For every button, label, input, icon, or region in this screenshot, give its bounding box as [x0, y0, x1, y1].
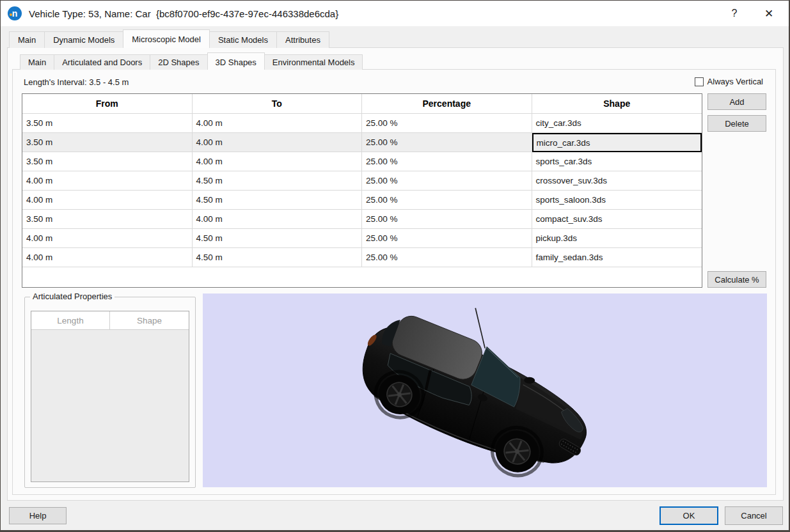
table-row[interactable]: 3.50 m 4.00 m 25.00 % city_car.3ds — [22, 114, 702, 133]
col-header-percentage: Percentage — [362, 94, 532, 114]
subtab-2d-shapes[interactable]: 2D Shapes — [150, 54, 207, 70]
cell-from[interactable]: 4.00 m — [22, 229, 193, 248]
app-logo-icon: n — [8, 6, 22, 20]
cell-percentage[interactable]: 25.00 % — [362, 210, 532, 229]
tab-main[interactable]: Main — [9, 31, 45, 48]
cell-from[interactable]: 3.50 m — [22, 114, 193, 133]
always-vertical-label: Always Vertical — [707, 77, 763, 86]
col-header-from: From — [22, 94, 193, 114]
cell-percentage[interactable]: 25.00 % — [362, 114, 532, 133]
articulated-table: Length Shape — [31, 311, 189, 482]
subtab-environmental-models[interactable]: Environmental Models — [264, 54, 363, 70]
cell-from[interactable]: 4.00 m — [22, 191, 193, 210]
sub-tab-pane: Length's Interval: 3.5 - 4.5 m Always Ve… — [12, 69, 776, 495]
car-3d-render — [203, 293, 767, 487]
cell-to[interactable]: 4.50 m — [193, 229, 363, 248]
cell-from[interactable]: 3.50 m — [22, 133, 193, 152]
cell-from[interactable]: 4.00 m — [22, 248, 193, 267]
col-header-shape: Shape — [532, 94, 702, 114]
main-tabstrip: Main Dynamic Models Microscopic Model St… — [9, 31, 329, 48]
table-row[interactable]: 4.00 m 4.50 m 25.00 % sports_saloon.3ds — [22, 191, 702, 210]
titlebar: n Vehicle Type: 53, Name: Car {bc8f0700-… — [1, 1, 789, 26]
col-header-shape: Shape — [110, 311, 189, 330]
cell-percentage[interactable]: 25.00 % — [362, 152, 532, 171]
col-header-length: Length — [31, 311, 110, 330]
articulated-table-body-empty — [31, 330, 189, 481]
shapes-table: From To Percentage Shape 3.50 m 4.00 m 2… — [22, 93, 702, 288]
cell-percentage[interactable]: 25.00 % — [362, 248, 532, 267]
cell-shape[interactable]: sports_car.3ds — [532, 152, 702, 171]
cell-shape[interactable]: compact_suv.3ds — [532, 210, 702, 229]
articulated-properties-group: Articulated Properties Length Shape — [24, 297, 196, 488]
cell-shape[interactable]: family_sedan.3ds — [532, 248, 702, 267]
calculate-percent-button[interactable]: Calculate % — [707, 271, 766, 288]
articulated-properties-title: Articulated Properties — [30, 292, 115, 301]
logo-letter: n — [12, 8, 18, 19]
shapes-table-header: From To Percentage Shape — [22, 94, 702, 114]
cell-to[interactable]: 4.00 m — [193, 210, 363, 229]
length-interval-label: Length's Interval: 3.5 - 4.5 m — [24, 77, 129, 87]
tab-dynamic-models[interactable]: Dynamic Models — [44, 31, 123, 48]
window-help-button[interactable]: ? — [721, 1, 748, 26]
cell-from[interactable]: 3.50 m — [22, 152, 193, 171]
cancel-button[interactable]: Cancel — [725, 506, 783, 525]
vehicle-type-dialog: n Vehicle Type: 53, Name: Car {bc8f0700-… — [0, 0, 790, 532]
cell-percentage[interactable]: 25.00 % — [362, 133, 532, 152]
subtab-articulated-and-doors[interactable]: Articulated and Doors — [54, 54, 150, 70]
logo-orange-dot — [10, 13, 12, 16]
cell-shape[interactable]: sports_saloon.3ds — [532, 191, 702, 210]
subtab-main[interactable]: Main — [20, 54, 54, 70]
ok-button[interactable]: OK — [660, 506, 718, 525]
cell-to[interactable]: 4.50 m — [193, 191, 363, 210]
tab-microscopic-model[interactable]: Microscopic Model — [123, 29, 210, 48]
table-row[interactable]: 3.50 m 4.00 m 25.00 % sports_car.3ds — [22, 152, 702, 171]
subtab-3d-shapes[interactable]: 3D Shapes — [207, 52, 265, 70]
table-row[interactable]: 4.00 m 4.50 m 25.00 % crossover_suv.3ds — [22, 171, 702, 191]
help-button[interactable]: Help — [9, 507, 67, 524]
cell-percentage[interactable]: 25.00 % — [362, 229, 532, 248]
window-close-button[interactable]: ✕ — [755, 1, 782, 26]
table-row-selected[interactable]: 3.50 m 4.00 m 25.00 % micro_car.3ds — [22, 133, 702, 152]
cell-shape-focused[interactable]: micro_car.3ds — [532, 133, 702, 152]
cell-to[interactable]: 4.00 m — [193, 114, 363, 133]
cell-from[interactable]: 3.50 m — [22, 210, 193, 229]
table-row[interactable]: 3.50 m 4.00 m 25.00 % compact_suv.3ds — [22, 210, 702, 229]
articulated-table-header: Length Shape — [31, 311, 189, 330]
cell-to[interactable]: 4.00 m — [193, 152, 363, 171]
always-vertical-control[interactable]: Always Vertical — [695, 77, 763, 86]
cell-shape[interactable]: crossover_suv.3ds — [532, 171, 702, 191]
cell-shape[interactable]: pickup.3ds — [532, 229, 702, 248]
tab-attributes[interactable]: Attributes — [276, 31, 329, 48]
cell-to[interactable]: 4.00 m — [193, 133, 363, 152]
cell-percentage[interactable]: 25.00 % — [362, 191, 532, 210]
col-header-to: To — [193, 94, 363, 114]
cell-percentage[interactable]: 25.00 % — [362, 171, 532, 191]
cell-to[interactable]: 4.50 m — [193, 171, 363, 191]
table-row[interactable]: 4.00 m 4.50 m 25.00 % family_sedan.3ds — [22, 248, 702, 267]
cell-to[interactable]: 4.50 m — [193, 248, 363, 267]
sub-tabstrip: Main Articulated and Doors 2D Shapes 3D … — [20, 54, 362, 70]
delete-button[interactable]: Delete — [707, 115, 766, 132]
3d-preview-viewport[interactable] — [203, 293, 767, 487]
add-button[interactable]: Add — [707, 93, 766, 110]
window-title: Vehicle Type: 53, Name: Car {bc8f0700-ef… — [29, 8, 338, 19]
tab-static-models[interactable]: Static Models — [209, 31, 277, 48]
cell-shape[interactable]: city_car.3ds — [532, 114, 702, 133]
always-vertical-checkbox[interactable] — [695, 77, 704, 86]
table-row[interactable]: 4.00 m 4.50 m 25.00 % pickup.3ds — [22, 229, 702, 248]
cell-from[interactable]: 4.00 m — [22, 171, 193, 191]
